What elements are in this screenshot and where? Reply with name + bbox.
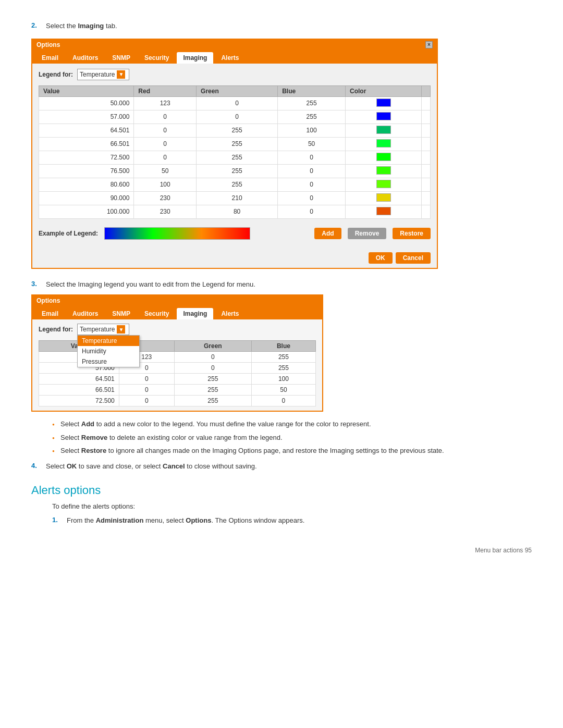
dialog-1-body: Legend for: Temperature ▼ Value Red Gree… xyxy=(32,64,437,248)
tab-security[interactable]: Security xyxy=(138,52,175,64)
step-4-line: 4. Select OK to save and close, or selec… xyxy=(31,461,532,472)
cell-value: 57.000 xyxy=(39,110,134,124)
legend-select[interactable]: Temperature ▼ xyxy=(77,69,129,80)
table-row: 80.600 100 255 0 xyxy=(39,178,431,191)
alerts-step-1-middle: menu, select xyxy=(143,516,186,524)
table-row: 64.501 0 255 100 xyxy=(39,374,316,385)
cell-blue: 0 xyxy=(278,151,346,164)
cell-color xyxy=(346,164,422,178)
dropdown-item-humidity[interactable]: Humidity xyxy=(78,346,139,356)
cell-spacer xyxy=(422,137,431,151)
dialog-2-tabs-row: Email Auditors SNMP Security Imaging Ale… xyxy=(32,306,322,319)
cell2-green: 0 xyxy=(174,352,251,363)
cell-spacer xyxy=(422,205,431,218)
cell2-blue: 100 xyxy=(251,374,315,385)
cell-blue: 50 xyxy=(278,137,346,151)
cell-blue: 255 xyxy=(278,110,346,124)
step-2-bold: Imaging xyxy=(78,22,104,30)
bullet-list: ● Select Add to add a new color to the l… xyxy=(52,419,532,456)
remove-button[interactable]: Remove xyxy=(348,228,387,239)
tab-imaging[interactable]: Imaging xyxy=(177,52,213,64)
dialog-2-title-bar: Options xyxy=(32,295,322,306)
cell-spacer xyxy=(422,124,431,137)
admin-bold: Administration xyxy=(96,516,144,524)
dropdown-item-temperature[interactable]: Temperature xyxy=(78,336,139,346)
cell-spacer xyxy=(422,178,431,191)
cell-red: 0 xyxy=(134,124,197,137)
step-3-line: 3. Select the Imaging legend you want to… xyxy=(31,279,532,290)
table-row: 72.500 0 255 0 xyxy=(39,151,431,164)
cell-green: 255 xyxy=(197,137,278,151)
tab2-snmp[interactable]: SNMP xyxy=(106,308,137,319)
alerts-step-1-line: 1. From the Administration menu, select … xyxy=(52,515,532,526)
restore-button[interactable]: Restore xyxy=(393,228,431,239)
step-4-text: Select OK to save and close, or select C… xyxy=(46,461,257,472)
dialog-2-body: Legend for: Temperature ▼ Temperature Hu… xyxy=(32,319,322,411)
col2-header-green: Green xyxy=(174,341,251,352)
legend-gradient xyxy=(104,227,250,240)
tab-alerts[interactable]: Alerts xyxy=(215,52,245,64)
cell2-blue: 255 xyxy=(251,352,315,363)
alerts-step-1-after: . The Options window appears. xyxy=(211,516,304,524)
legend-select-2[interactable]: Temperature ▼ xyxy=(77,324,129,335)
bullet-dot-2: ● xyxy=(52,435,56,441)
cancel-button-1[interactable]: Cancel xyxy=(396,252,431,264)
tab2-alerts[interactable]: Alerts xyxy=(215,308,245,319)
tab2-email[interactable]: Email xyxy=(35,308,65,319)
bullet-text-remove: Select Remove to delete an existing colo… xyxy=(60,433,283,443)
table-row: 57.000 0 0 255 xyxy=(39,110,431,124)
legend-for-row: Legend for: Temperature ▼ xyxy=(39,69,431,80)
bullet-item-restore: ● Select Restore to ignore all changes m… xyxy=(52,446,532,456)
cell-value: 76.500 xyxy=(39,164,134,178)
tab2-auditors[interactable]: Auditors xyxy=(66,308,104,319)
cell2-red: 0 xyxy=(119,385,174,396)
table-row: 72.500 0 255 0 xyxy=(39,396,316,406)
ok-button-1[interactable]: OK xyxy=(369,252,393,264)
step-2-number: 2. xyxy=(31,21,46,29)
step-4-number: 4. xyxy=(31,461,46,470)
cell-red: 50 xyxy=(134,164,197,178)
cell-color xyxy=(346,110,422,124)
col-header-value: Value xyxy=(39,85,134,96)
cell-blue: 0 xyxy=(278,205,346,218)
bullet-text-add: Select Add to add a new color to the leg… xyxy=(60,419,371,429)
dropdown-item-pressure[interactable]: Pressure xyxy=(78,356,139,367)
legend-for-row-2: Legend for: Temperature ▼ Temperature Hu… xyxy=(39,324,316,335)
cell2-value: 66.501 xyxy=(39,385,119,396)
col-header-green: Green xyxy=(197,85,278,96)
add-button[interactable]: Add xyxy=(314,228,341,239)
cell-spacer xyxy=(422,96,431,110)
cell2-blue: 255 xyxy=(251,363,315,374)
tab2-imaging[interactable]: Imaging xyxy=(177,308,213,319)
bullet-dot-1: ● xyxy=(52,422,56,428)
cell-red: 100 xyxy=(134,178,197,191)
legend-select-arrow-2[interactable]: ▼ xyxy=(117,325,125,334)
table-row: 100.000 230 80 0 xyxy=(39,205,431,218)
legend-select-value: Temperature xyxy=(80,71,115,78)
tab-snmp[interactable]: SNMP xyxy=(106,52,137,64)
table-row: 66.501 0 255 50 xyxy=(39,385,316,396)
bullet-dot-3: ● xyxy=(52,448,56,454)
cell-red: 0 xyxy=(134,110,197,124)
cell-blue: 0 xyxy=(278,178,346,191)
cell2-green: 255 xyxy=(174,374,251,385)
legend-select-arrow[interactable]: ▼ xyxy=(117,70,125,79)
options-dialog-1: Options × Email Auditors SNMP Security I… xyxy=(31,39,438,269)
tab-email[interactable]: Email xyxy=(35,52,65,64)
dialog-1-tabs-row: Email Auditors SNMP Security Imaging Ale… xyxy=(32,50,437,64)
legend-for-label-2: Legend for: xyxy=(39,326,73,333)
cell-green: 0 xyxy=(197,96,278,110)
col-header-color: Color xyxy=(346,85,422,96)
bullet-item-add: ● Select Add to add a new color to the l… xyxy=(52,419,532,429)
cell-green: 255 xyxy=(197,124,278,137)
dialog-1-footer: OK Cancel xyxy=(32,248,437,268)
cell-color xyxy=(346,178,422,191)
table-row: 50.000 123 0 255 xyxy=(39,96,431,110)
cell-color xyxy=(346,191,422,205)
tab-auditors[interactable]: Auditors xyxy=(66,52,104,64)
tab2-security[interactable]: Security xyxy=(138,308,175,319)
dialog-1-close-button[interactable]: × xyxy=(425,41,433,48)
step-4-cancel-bold: Cancel xyxy=(163,462,185,470)
cell2-red: 0 xyxy=(119,396,174,406)
cell-green: 255 xyxy=(197,164,278,178)
